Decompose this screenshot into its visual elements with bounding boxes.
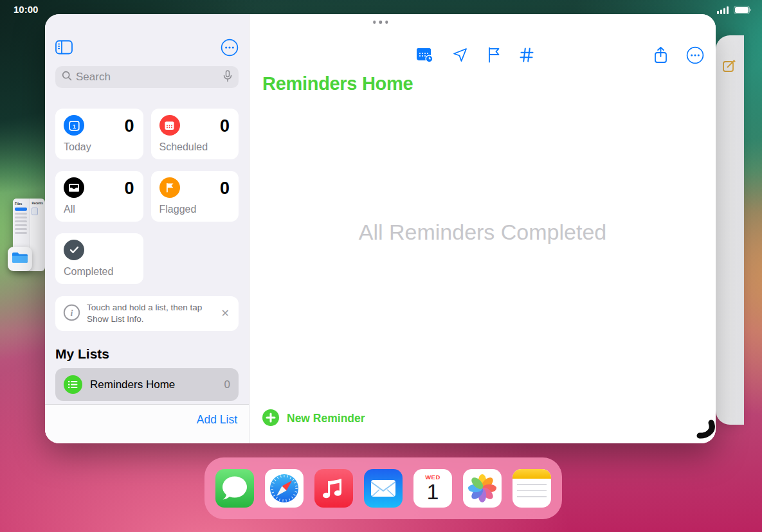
flag-outline-icon [487, 47, 500, 65]
mic-icon[interactable] [223, 70, 232, 85]
dock-icon-music[interactable] [314, 469, 353, 508]
list-name: Reminders Home [90, 378, 217, 391]
smart-list-today[interactable]: 1 0 Today [55, 109, 143, 159]
add-list-button[interactable]: Add List [197, 413, 237, 427]
signal-icon [717, 5, 730, 17]
flagged-icon [159, 177, 180, 198]
all-label: All [64, 204, 135, 215]
status-time: 10:00 [14, 4, 38, 15]
new-reminder-label: New Reminder [287, 412, 365, 425]
window-drag-handle[interactable] [373, 21, 388, 24]
battery-icon [734, 5, 752, 17]
flagged-label: Flagged [159, 204, 231, 215]
smart-list-flagged[interactable]: 0 Flagged [151, 171, 239, 222]
completed-label: Completed [64, 266, 135, 278]
sidebar-toggle-button[interactable] [55, 40, 73, 57]
svg-text:1: 1 [72, 123, 75, 129]
dock: WED 1 [204, 457, 562, 519]
sidebar-toggle-icon [55, 40, 73, 57]
files-preview-doc-thumb [32, 208, 38, 215]
send-location-icon [452, 47, 468, 65]
dock-icon-safari[interactable] [265, 469, 304, 508]
calendar-badge-icon [415, 46, 433, 65]
info-icon: i [63, 304, 80, 324]
reminders-sidebar: 1 0 Today 0 Scheduled 0 [45, 14, 249, 443]
smart-lists-grid: 1 0 Today 0 Scheduled 0 [55, 109, 239, 284]
hashtag-icon [519, 47, 534, 65]
files-preview-content: Recents [30, 199, 45, 271]
send-location-button[interactable] [452, 47, 468, 65]
files-preview-title: Files [15, 202, 27, 206]
my-lists-header: My Lists [55, 346, 239, 362]
more-ellipsis-circle-icon [686, 46, 704, 66]
plus-circle-icon [262, 409, 279, 428]
list-row-reminders-home[interactable]: Reminders Home 0 [55, 368, 239, 401]
files-preview-section-label: Recents [32, 202, 43, 205]
smart-list-all[interactable]: 0 All [55, 171, 143, 222]
all-count: 0 [124, 179, 134, 199]
scheduled-label: Scheduled [159, 141, 231, 153]
today-count: 0 [124, 116, 134, 136]
toolbar-left-group [415, 46, 534, 65]
files-folder-icon [12, 251, 28, 267]
today-label: Today [64, 141, 135, 153]
dock-icon-photos[interactable] [463, 469, 502, 508]
notes-icon-band [513, 469, 551, 479]
dock-icon-calendar[interactable]: WED 1 [413, 469, 452, 508]
today-icon: 1 [64, 115, 84, 136]
reminders-main-pane: Reminders Home All Reminders Completed N… [249, 14, 716, 443]
tip-close-button[interactable]: ✕ [220, 307, 231, 320]
scheduled-count: 0 [220, 116, 230, 136]
more-button[interactable] [686, 46, 704, 66]
search-field[interactable] [55, 66, 239, 88]
tip-text: Touch and hold a list, then tap Show Lis… [87, 302, 213, 325]
smart-list-completed[interactable]: Completed [55, 233, 143, 284]
dock-icon-mail[interactable] [364, 469, 403, 508]
toolbar-right-group [653, 46, 704, 66]
empty-state-text: All Reminders Completed [249, 220, 716, 245]
hashtag-button[interactable] [519, 47, 534, 65]
files-app-icon[interactable] [8, 247, 32, 271]
compose-square-pencil-icon[interactable] [721, 58, 737, 76]
calendar-badge-button[interactable] [415, 46, 433, 65]
scheduled-icon [159, 115, 180, 136]
tip-card: i Touch and hold a list, then tap Show L… [55, 296, 239, 331]
dock-icon-messages[interactable] [215, 469, 254, 508]
all-tray-icon [64, 177, 84, 198]
smart-list-scheduled[interactable]: 0 Scheduled [151, 109, 239, 159]
page-title: Reminders Home [262, 73, 413, 94]
files-preview-selected-row [15, 208, 27, 211]
share-button[interactable] [653, 46, 668, 66]
ipad-screen: 10:00 Files Recents [0, 0, 762, 532]
search-icon [62, 71, 72, 84]
sidebar-footer: Add List [45, 404, 249, 443]
sidebar-more-button[interactable] [221, 39, 239, 58]
search-input[interactable] [76, 71, 219, 84]
list-bullet-icon [64, 375, 82, 394]
calendar-day: 1 [413, 479, 452, 504]
list-count: 0 [224, 378, 230, 391]
dock-icon-notes[interactable] [513, 469, 551, 508]
completed-icon [64, 240, 84, 260]
ellipsis-circle-icon [221, 39, 239, 58]
slide-over-panel[interactable] [716, 35, 744, 425]
flag-button[interactable] [487, 47, 500, 65]
flagged-count: 0 [220, 179, 230, 199]
svg-text:i: i [71, 308, 73, 318]
share-icon [653, 46, 668, 66]
new-reminder-button[interactable]: New Reminder [262, 409, 365, 428]
reminders-window: 1 0 Today 0 Scheduled 0 [45, 14, 716, 443]
